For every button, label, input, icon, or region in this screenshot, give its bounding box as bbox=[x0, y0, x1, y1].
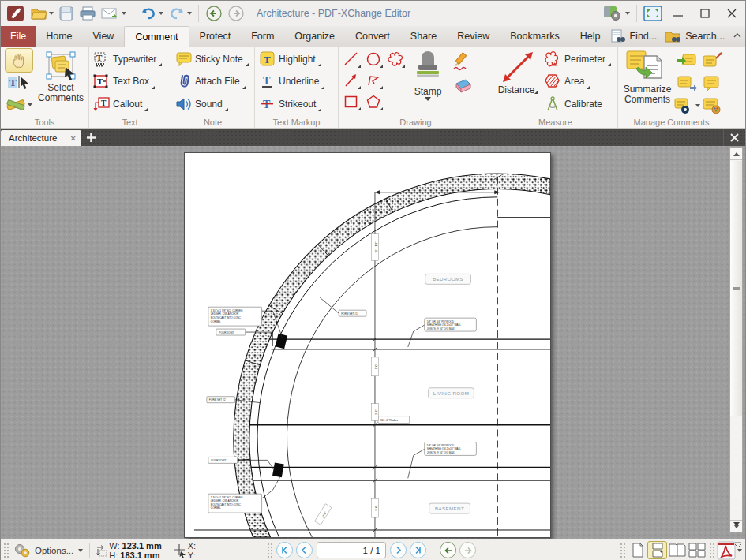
perimeter-button[interactable]: Perimeter bbox=[541, 48, 613, 70]
maximize-button[interactable] bbox=[692, 3, 718, 24]
cloud-tool-button[interactable] bbox=[385, 49, 406, 69]
pencil-tool-button[interactable] bbox=[452, 51, 472, 74]
text-box-icon: T bbox=[93, 73, 111, 89]
summarize-comments-button[interactable]: Summarize Comments bbox=[620, 48, 675, 115]
scroll-up-button[interactable] bbox=[730, 148, 742, 160]
sound-button[interactable]: Sound bbox=[173, 93, 251, 115]
import-comments-button[interactable] bbox=[677, 49, 698, 71]
open-dropdown[interactable] bbox=[49, 12, 54, 15]
polygon-tool-button[interactable] bbox=[363, 91, 384, 111]
tab-share[interactable]: Share bbox=[400, 26, 447, 47]
rectangle-tool-button[interactable] bbox=[341, 91, 362, 111]
scrollbar-thumb[interactable] bbox=[730, 161, 742, 416]
calibrate-icon bbox=[543, 95, 562, 113]
find-button[interactable]: Find... bbox=[610, 29, 657, 43]
document-tab-architecture[interactable]: Architecture ✕ bbox=[1, 130, 81, 146]
ui-options-dropdown[interactable] bbox=[625, 12, 630, 15]
callout-button[interactable]: T Callout bbox=[91, 93, 164, 115]
history-forward-button[interactable] bbox=[225, 3, 247, 24]
tab-view[interactable]: View bbox=[83, 26, 125, 47]
polyline-tool-button[interactable] bbox=[363, 70, 384, 90]
comment-styles-button[interactable] bbox=[702, 95, 723, 117]
tab-protect[interactable]: Protect bbox=[189, 26, 242, 47]
undo-button[interactable] bbox=[137, 3, 166, 24]
last-page-button[interactable] bbox=[410, 542, 426, 558]
fullscreen-button[interactable] bbox=[641, 3, 665, 24]
close-document-button[interactable] bbox=[723, 129, 745, 146]
next-comment-button[interactable] bbox=[677, 72, 698, 94]
tab-comment[interactable]: Comment bbox=[124, 26, 189, 47]
tab-home[interactable]: Home bbox=[36, 26, 82, 47]
rectangle-dropdown bbox=[358, 107, 361, 110]
next-page-button[interactable] bbox=[390, 542, 407, 558]
comment-notes-button[interactable] bbox=[702, 72, 723, 94]
calibrate-button[interactable]: Calibrate bbox=[541, 93, 613, 115]
minimize-button[interactable] bbox=[665, 3, 692, 24]
attach-file-button[interactable]: Attach File bbox=[173, 70, 251, 92]
area-button[interactable]: Area bbox=[541, 70, 613, 92]
view-forward-button[interactable] bbox=[459, 542, 476, 558]
text-box-button[interactable]: T Text Box bbox=[91, 70, 164, 92]
highlight-button[interactable]: T Highlight bbox=[257, 48, 327, 70]
email-dropdown[interactable] bbox=[122, 12, 126, 15]
group-label-tools: Tools bbox=[1, 118, 88, 127]
tab-help[interactable]: Help bbox=[570, 26, 611, 47]
page-number-input[interactable]: 1 / 1 bbox=[317, 542, 386, 558]
ui-options-button[interactable] bbox=[601, 3, 632, 24]
stamp-button[interactable]: Stamp bbox=[407, 48, 449, 115]
view-back-button[interactable] bbox=[440, 542, 456, 558]
statusbar-collapse-button[interactable] bbox=[734, 540, 742, 550]
open-file-button[interactable] bbox=[28, 3, 56, 24]
hand-tool-button[interactable] bbox=[5, 48, 33, 73]
pdf-page[interactable]: 1 3/4"x11 7/8" SCL CURVED LEDGER, C/W AN… bbox=[184, 152, 551, 538]
oval-tool-button[interactable] bbox=[363, 49, 384, 69]
close-button[interactable] bbox=[718, 3, 745, 24]
history-back-button[interactable] bbox=[203, 3, 225, 24]
redo-button[interactable] bbox=[166, 3, 194, 24]
document-canvas[interactable]: 1 3/4"x11 7/8" SCL CURVED LEDGER, C/W AN… bbox=[1, 146, 745, 539]
arrow-tool-button[interactable] bbox=[341, 70, 362, 90]
select-text-button[interactable]: T bbox=[7, 73, 31, 95]
first-page-button[interactable] bbox=[276, 542, 293, 558]
new-document-tab-button[interactable] bbox=[81, 129, 100, 146]
document-tab-close-icon[interactable]: ✕ bbox=[70, 134, 77, 143]
continuous-view-button[interactable] bbox=[647, 541, 667, 559]
select-comments-button[interactable]: Select Comments bbox=[35, 48, 87, 115]
export-comments-button[interactable] bbox=[702, 49, 723, 71]
strikeout-button[interactable]: T Strikeout bbox=[257, 93, 327, 115]
options-dropdown[interactable] bbox=[78, 549, 83, 552]
typewriter-button[interactable]: T Typewriter bbox=[91, 48, 164, 70]
measure-tools-dropdown[interactable] bbox=[28, 103, 32, 106]
scroll-next-view-button[interactable] bbox=[733, 526, 740, 537]
previous-page-button[interactable] bbox=[296, 542, 313, 558]
tab-convert[interactable]: Convert bbox=[345, 26, 400, 47]
print-button[interactable] bbox=[77, 3, 99, 24]
vertical-scrollbar[interactable] bbox=[729, 147, 743, 532]
distance-button[interactable]: Distance bbox=[495, 48, 541, 115]
tab-file[interactable]: File bbox=[1, 26, 36, 47]
eraser-tool-button[interactable] bbox=[452, 77, 472, 97]
tab-bookmarks[interactable]: Bookmarks bbox=[500, 26, 570, 47]
document-tab-label: Architecture bbox=[9, 133, 57, 143]
redo-dropdown[interactable] bbox=[187, 12, 192, 15]
svg-text:T: T bbox=[9, 77, 17, 88]
collapse-ribbon-button[interactable] bbox=[733, 31, 742, 42]
hide-comments-button[interactable] bbox=[671, 95, 703, 117]
sticky-note-button[interactable]: Sticky Note bbox=[173, 48, 251, 70]
tab-review[interactable]: Review bbox=[447, 26, 500, 47]
two-page-view-button[interactable] bbox=[667, 541, 687, 559]
email-button[interactable] bbox=[99, 3, 129, 24]
undo-dropdown[interactable] bbox=[159, 12, 163, 15]
save-button[interactable] bbox=[56, 3, 77, 24]
tab-form[interactable]: Form bbox=[241, 26, 284, 47]
attach-file-dropdown bbox=[242, 86, 246, 89]
underline-button[interactable]: T Underline bbox=[257, 70, 327, 92]
tab-organize[interactable]: Organize bbox=[284, 26, 345, 47]
single-page-view-button[interactable] bbox=[628, 541, 647, 559]
grid-view-button[interactable] bbox=[687, 541, 707, 559]
search-button[interactable]: Search... bbox=[665, 29, 725, 43]
line-tool-button[interactable] bbox=[341, 49, 362, 69]
measure-tools-button[interactable] bbox=[6, 95, 32, 115]
hide-comments-dropdown[interactable] bbox=[695, 104, 700, 107]
options-button[interactable]: Options... bbox=[11, 543, 84, 558]
